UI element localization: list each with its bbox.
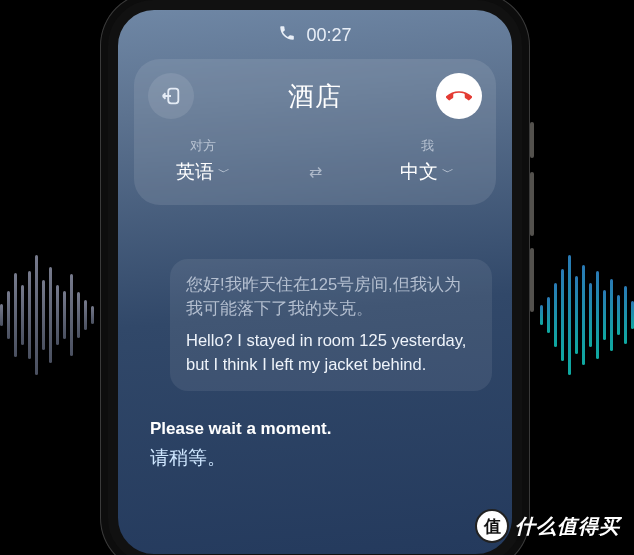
call-duration: 00:27 (306, 25, 351, 46)
volume-down-button[interactable] (530, 172, 534, 236)
watermark-badge: 值 (475, 509, 509, 543)
other-language-label: 对方 (176, 137, 230, 155)
phone-icon (278, 24, 296, 47)
my-language-selector[interactable]: 我 中文 ﹀ (400, 137, 454, 185)
volume-up-button[interactable] (530, 122, 534, 158)
chevron-down-icon: ﹀ (442, 164, 454, 181)
phone-frame: 00:27 酒店 对方 (100, 0, 530, 555)
other-language-value: 英语 (176, 159, 214, 185)
swap-languages-button[interactable]: ⇄ (309, 162, 322, 185)
my-language-value: 中文 (400, 159, 438, 185)
outgoing-original: Please wait a moment. (150, 419, 492, 439)
my-language-label: 我 (400, 137, 454, 155)
call-status-bar: 00:27 (118, 10, 512, 55)
watermark-text: 什么值得买 (515, 513, 620, 540)
translation-card: 酒店 对方 英语 ﹀ ⇄ 我 (134, 59, 496, 205)
outgoing-translated: 请稍等。 (150, 445, 492, 471)
call-title: 酒店 (288, 79, 342, 114)
watermark: 值 什么值得买 (475, 509, 620, 543)
incoming-translated: Hello? I stayed in room 125 yesterday, b… (186, 329, 476, 377)
incoming-original: 您好!我昨天住在125号房间,但我认为我可能落下了我的夹克。 (186, 273, 476, 321)
hangup-button[interactable] (436, 73, 482, 119)
hangup-icon (446, 83, 472, 109)
chevron-down-icon: ﹀ (218, 164, 230, 181)
exit-icon (160, 85, 182, 107)
outgoing-message: Please wait a moment. 请稍等。 (150, 419, 492, 471)
incoming-message: 您好!我昨天住在125号房间,但我认为我可能落下了我的夹克。 Hello? I … (170, 259, 492, 391)
power-button[interactable] (530, 248, 534, 312)
collapse-button[interactable] (148, 73, 194, 119)
other-language-selector[interactable]: 对方 英语 ﹀ (176, 137, 230, 185)
